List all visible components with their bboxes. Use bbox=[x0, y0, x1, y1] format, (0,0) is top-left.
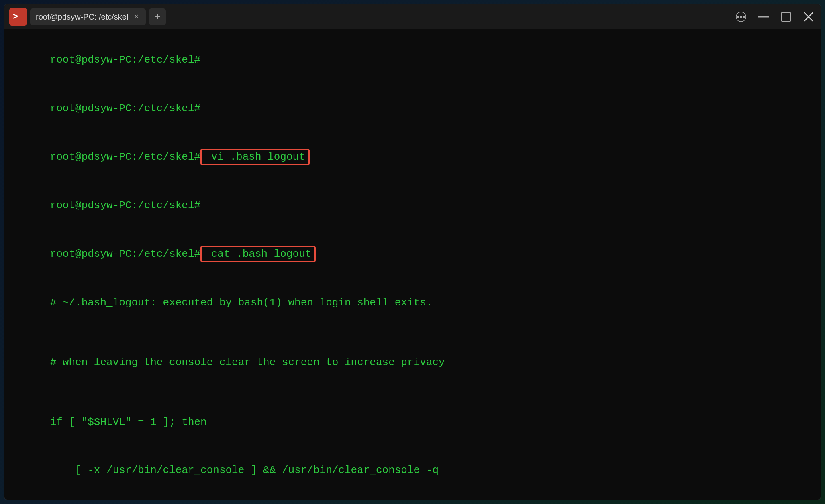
vi-command-box: vi .bash_logout bbox=[200, 149, 310, 165]
terminal-line: if [ "$SHLVL" = 1 ]; then bbox=[12, 398, 813, 446]
svg-point-0 bbox=[737, 16, 739, 18]
terminal-line: # ~/.bash_logout: executed by bash(1) wh… bbox=[12, 278, 813, 327]
svg-point-2 bbox=[743, 16, 745, 18]
window-controls bbox=[734, 10, 816, 24]
active-tab[interactable]: root@pdsyw-PC: /etc/skel × bbox=[30, 8, 146, 25]
svg-rect-4 bbox=[758, 16, 769, 18]
maximize-button[interactable] bbox=[779, 10, 793, 24]
terminal-line: root@pdsyw-PC:/etc/skel# bbox=[12, 36, 813, 84]
terminal-line-fi: fi bbox=[12, 495, 813, 500]
terminal-line-vi: root@pdsyw-PC:/etc/skel# vi .bash_logout bbox=[12, 133, 813, 181]
terminal-icon-symbol: >_ bbox=[13, 12, 23, 22]
terminal-line: [ -x /usr/bin/clear_console ] && /usr/bi… bbox=[12, 446, 813, 495]
terminal-body: root@pdsyw-PC:/etc/skel# root@pdsyw-PC:/… bbox=[4, 29, 821, 500]
terminal-line: root@pdsyw-PC:/etc/skel# bbox=[12, 181, 813, 230]
blank-line bbox=[12, 327, 813, 338]
ellipsis-button[interactable] bbox=[734, 10, 748, 24]
terminal-line: # when leaving the console clear the scr… bbox=[12, 338, 813, 386]
close-window-button[interactable] bbox=[801, 10, 816, 24]
terminal-line-cat: root@pdsyw-PC:/etc/skel# cat .bash_logou… bbox=[12, 230, 813, 278]
svg-rect-5 bbox=[782, 12, 790, 21]
terminal-icon: >_ bbox=[9, 8, 27, 26]
cat-command-box: cat .bash_logout bbox=[200, 246, 316, 262]
tab-label: root@pdsyw-PC: /etc/skel bbox=[36, 12, 128, 22]
title-bar: >_ root@pdsyw-PC: /etc/skel × + bbox=[4, 4, 821, 29]
new-tab-button[interactable]: + bbox=[149, 8, 166, 25]
terminal-window: >_ root@pdsyw-PC: /etc/skel × + bbox=[4, 4, 821, 500]
terminal-line: root@pdsyw-PC:/etc/skel# bbox=[12, 84, 813, 133]
tab-close-button[interactable]: × bbox=[132, 13, 140, 21]
blank-line bbox=[12, 386, 813, 398]
minimize-button[interactable] bbox=[756, 10, 771, 24]
svg-point-1 bbox=[740, 16, 742, 18]
